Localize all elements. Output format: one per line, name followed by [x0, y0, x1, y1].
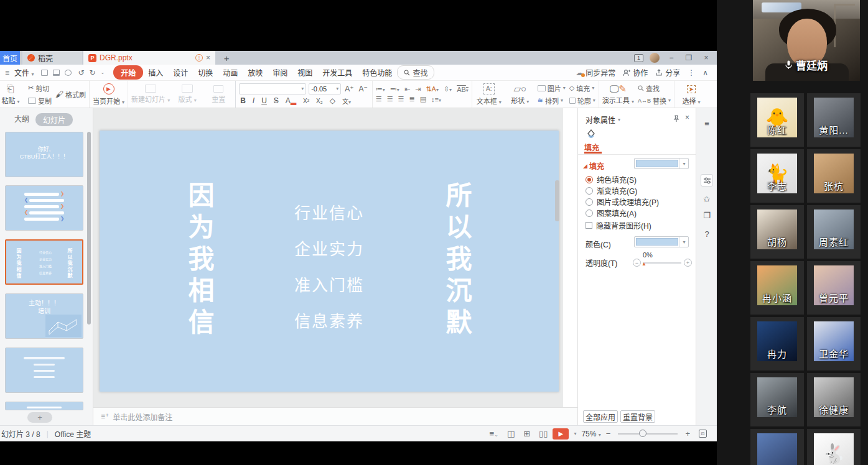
effects-star-icon[interactable]: ✩: [701, 193, 713, 205]
radio-solid[interactable]: [586, 176, 593, 183]
zoom-level[interactable]: 75% ▾: [581, 430, 600, 438]
checkbox-hide-background[interactable]: [586, 222, 592, 229]
strikethrough-icon[interactable]: S: [273, 96, 280, 105]
align-left-icon[interactable]: ☰: [376, 95, 382, 103]
print-preview-icon[interactable]: [65, 70, 72, 76]
textbox-button[interactable]: A: 文本框 ▾: [475, 83, 503, 106]
play-from-current-button[interactable]: ▶ 当页开始 ▾: [93, 83, 124, 106]
font-size-select[interactable]: ▾: [309, 83, 341, 94]
slide-right-title[interactable]: 所以我沉默: [443, 182, 469, 340]
select-button[interactable]: ➤ 选择 ▾: [678, 83, 705, 106]
participant-tile[interactable]: 胡杨: [750, 205, 804, 259]
notes-toggle-icon[interactable]: ≡⌄: [490, 429, 498, 438]
align-right-icon[interactable]: ☰: [398, 95, 404, 103]
more-menu-icon[interactable]: ⋮: [688, 68, 695, 77]
panel-handle-icon[interactable]: ≡: [701, 117, 713, 129]
radio-pattern[interactable]: [586, 209, 593, 217]
minimize-button[interactable]: −: [666, 53, 677, 62]
close-window-button[interactable]: ×: [701, 53, 712, 62]
save-icon[interactable]: [41, 70, 48, 76]
share-button[interactable]: 分享: [655, 67, 680, 78]
slide-left-title[interactable]: 因为我相信: [185, 182, 212, 340]
participant-tile[interactable]: 张杭: [807, 149, 861, 203]
zoom-slider[interactable]: [618, 433, 678, 435]
format-painter-button[interactable]: 🖌格式刷: [55, 90, 86, 99]
slide-thumbnail-4[interactable]: 主动！！！ 培训: [5, 293, 83, 339]
participant-tile[interactable]: 🐥陈红: [750, 93, 804, 147]
align-center-icon[interactable]: ☰: [387, 95, 393, 103]
participant-tile[interactable]: 🐈李志: [750, 149, 804, 203]
fill-color-dropdown[interactable]: ▾: [634, 158, 689, 169]
numbered-list-icon[interactable]: ≕▾: [390, 85, 399, 93]
slide-points-list[interactable]: 行业信心 企业实力 准入门槛 信息素养: [276, 195, 382, 339]
slide-canvas[interactable]: 因为我相信 行业信心 企业实力 准入门槛 信息素养 所以我沉默: [93, 108, 563, 407]
menu-slideshow[interactable]: 放映: [243, 66, 268, 79]
slide-thumbnail-6[interactable]: [5, 402, 83, 410]
tab-document[interactable]: P DGR.pptx ! ×: [83, 51, 215, 65]
menu-insert[interactable]: 插入: [143, 66, 168, 79]
italic-icon[interactable]: I: [251, 96, 256, 105]
line-spacing-icon[interactable]: ↕≡▾: [431, 96, 441, 103]
redo-icon[interactable]: ↻: [89, 68, 95, 77]
menu-review[interactable]: 审阅: [268, 66, 292, 79]
zoom-in-icon[interactable]: +: [685, 429, 690, 438]
tab-docer[interactable]: ☄ 稻壳: [22, 51, 82, 65]
theme-name[interactable]: Office 主题: [55, 428, 91, 439]
slide-thumbnail-2[interactable]: ❯ ❮ ❯ ❮ ❯: [5, 185, 83, 231]
radio-gradient[interactable]: [586, 187, 593, 195]
bullet-list-icon[interactable]: ≔▾: [376, 85, 385, 93]
align-distribute-icon[interactable]: ⇳▾: [444, 85, 452, 93]
menu-view[interactable]: 视图: [292, 66, 317, 79]
sync-status-button[interactable]: ☁ 同步异常: [576, 67, 615, 78]
participant-tile[interactable]: 🐇: [807, 429, 861, 465]
font-color-icon[interactable]: A▂: [284, 96, 297, 105]
picture-button[interactable]: 图片▾: [538, 83, 566, 93]
slide-thumbnail-3-selected[interactable]: 因为我相信 行业信心企业实力 准入门槛信息素养 所以我沉默: [5, 239, 83, 285]
play-options-caret[interactable]: ▾: [574, 431, 576, 436]
canvas-scrollbar[interactable]: [555, 113, 559, 399]
menu-file[interactable]: 文件 ▾: [9, 66, 39, 79]
decrease-font-icon[interactable]: A⁻: [358, 85, 369, 93]
option-solid-fill[interactable]: 纯色填充(S): [586, 174, 637, 185]
sidebar-scrollbar[interactable]: [87, 132, 91, 325]
selection-pane-icon[interactable]: ❐: [701, 209, 713, 221]
slide-sorter-icon[interactable]: ⊞: [523, 429, 530, 438]
notes-bar[interactable]: ≡⁺ 单击此处添加备注: [93, 407, 577, 425]
quickbar-more-icon[interactable]: ⌄: [101, 70, 105, 75]
replace-button[interactable]: A↔B替换▾: [638, 96, 671, 106]
transparency-slider-marker[interactable]: ▲: [642, 261, 646, 267]
radio-texture[interactable]: [586, 198, 593, 206]
participant-tile[interactable]: 黄阳...: [807, 93, 861, 147]
justify-icon[interactable]: ≣: [409, 95, 414, 103]
participant-tile[interactable]: 卫金华: [807, 317, 861, 371]
text-direction-icon[interactable]: ⇅A▾: [426, 85, 439, 93]
option-pattern-fill[interactable]: 图案填充(A): [586, 208, 637, 218]
zoom-out-icon[interactable]: −: [606, 429, 611, 438]
participant-tile[interactable]: 冉小涵: [750, 261, 804, 315]
tab-home[interactable]: 首页: [0, 51, 20, 65]
find-button[interactable]: 查找: [638, 83, 671, 93]
distribute-icon[interactable]: ▤: [420, 95, 426, 103]
participant-tile[interactable]: [750, 429, 804, 465]
option-hide-background[interactable]: 隐藏背景图形(H): [586, 220, 651, 231]
slideshow-play-button[interactable]: ▶: [553, 428, 569, 440]
fill-section-header[interactable]: ◢填充: [583, 160, 604, 171]
normal-view-icon[interactable]: ◫: [507, 429, 515, 438]
menu-transition[interactable]: 切换: [193, 66, 218, 79]
transparency-track[interactable]: [643, 262, 681, 264]
pin-icon[interactable]: [673, 115, 680, 122]
paste-button[interactable]: ⎗ 粘贴 ▾: [0, 84, 24, 105]
option-gradient-fill[interactable]: 渐变填充(G): [586, 185, 637, 196]
user-avatar[interactable]: [650, 53, 660, 63]
copy-button[interactable]: 复制: [28, 96, 52, 106]
collaborate-button[interactable]: 协作: [623, 67, 648, 78]
color-dropdown[interactable]: ▾: [634, 236, 689, 247]
text-spacing-icon[interactable]: AB▾: [457, 86, 469, 93]
fit-to-window-icon[interactable]: ⊡: [699, 430, 707, 438]
present-tools-button[interactable]: 🖵✎ 演示工具 ▾: [602, 84, 634, 105]
clear-format-icon[interactable]: ◇: [329, 96, 337, 105]
zoom-knob[interactable]: [639, 430, 646, 437]
layout-button[interactable]: 版式 ▾: [174, 85, 201, 104]
phonetic-icon[interactable]: 文▾: [341, 96, 352, 106]
reset-button[interactable]: 重置: [205, 85, 232, 104]
